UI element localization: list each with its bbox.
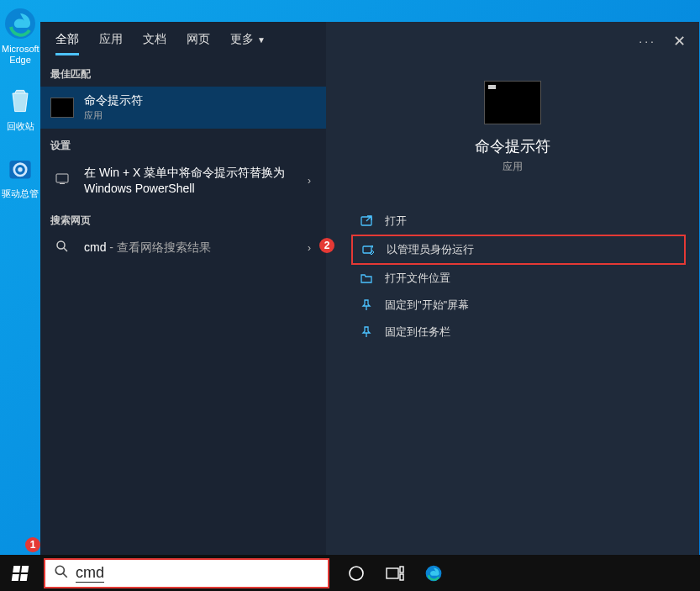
- svg-rect-5: [60, 183, 65, 184]
- web-query: cmd: [84, 240, 106, 254]
- action-label: 固定到"开始"屏幕: [385, 298, 469, 313]
- desktop-icon-driver[interactable]: 驱动总管: [0, 151, 40, 199]
- web-search-text: cmd - 查看网络搜索结果: [84, 240, 292, 256]
- cortana-icon[interactable]: [346, 563, 366, 583]
- desktop-icon-recycle[interactable]: 回收站: [0, 84, 40, 132]
- close-icon[interactable]: ✕: [673, 32, 686, 50]
- tab-web[interactable]: 网页: [187, 32, 210, 55]
- result-title: 命令提示符: [84, 93, 316, 108]
- web-label: 搜索网页: [40, 203, 326, 233]
- best-match-result[interactable]: 命令提示符 应用: [40, 87, 326, 129]
- gear-icon: [3, 151, 37, 185]
- preview-pane: ··· ✕ 命令提示符 应用 2 打开 以管理员身份运行: [326, 22, 699, 555]
- start-search-panel: 全部 应用 文档 网页 更多 ▼ 最佳匹配 命令提示符 应用 设置 在 Win …: [40, 22, 699, 555]
- action-pin-taskbar[interactable]: 固定到任务栏: [351, 319, 686, 346]
- svg-rect-15: [400, 567, 403, 573]
- svg-rect-16: [400, 574, 403, 580]
- taskbar-icons: [346, 563, 444, 583]
- edge-icon: [3, 7, 37, 40]
- tab-more-label: 更多: [230, 32, 254, 47]
- setting-text: 在 Win + X 菜单中将命令提示符替换为 Windows PowerShel…: [84, 165, 292, 197]
- monitor-icon: [50, 172, 74, 188]
- svg-point-3: [18, 167, 22, 171]
- annotation-badge-1: 1: [25, 537, 40, 552]
- tab-docs[interactable]: 文档: [143, 32, 166, 55]
- action-open[interactable]: 打开: [351, 208, 686, 235]
- action-pin-start[interactable]: 固定到"开始"屏幕: [351, 292, 686, 319]
- action-label: 打开文件位置: [385, 271, 450, 286]
- start-button[interactable]: [0, 555, 40, 591]
- more-options-icon[interactable]: ···: [639, 34, 656, 48]
- action-label: 以管理员身份运行: [387, 242, 474, 257]
- tab-more[interactable]: 更多 ▼: [230, 32, 266, 55]
- desktop-icon-edge[interactable]: Microsoft Edge: [0, 7, 40, 66]
- result-subtitle: 应用: [84, 109, 316, 122]
- chevron-down-icon: ▼: [257, 35, 266, 45]
- preview-subtitle: 应用: [326, 160, 699, 174]
- taskbar: cmd: [0, 555, 700, 591]
- desktop-icon-label: 驱动总管: [0, 188, 40, 199]
- action-label: 打开: [385, 214, 407, 229]
- web-suffix: - 查看网络搜索结果: [106, 240, 210, 254]
- svg-line-12: [63, 573, 67, 578]
- action-label: 固定到任务栏: [385, 325, 450, 340]
- pin-icon: [360, 298, 373, 312]
- svg-point-6: [57, 241, 65, 249]
- svg-rect-4: [56, 174, 68, 182]
- web-search-result[interactable]: cmd - 查看网络搜索结果 ›: [40, 233, 326, 263]
- annotation-badge-2: 2: [319, 238, 334, 253]
- chevron-right-icon: ›: [303, 175, 316, 187]
- action-run-as-admin[interactable]: 以管理员身份运行: [351, 235, 686, 265]
- preview-title: 命令提示符: [326, 136, 699, 156]
- tab-apps[interactable]: 应用: [99, 32, 123, 55]
- cmd-preview-icon: [484, 81, 541, 124]
- action-open-location[interactable]: 打开文件位置: [351, 265, 686, 292]
- admin-icon: [361, 243, 375, 256]
- search-icon: [50, 240, 74, 256]
- open-icon: [360, 214, 373, 228]
- search-tabs: 全部 应用 文档 网页 更多 ▼: [40, 22, 326, 57]
- preview-actions: 打开 以管理员身份运行 打开文件位置 固定到"开始"屏幕: [351, 208, 686, 346]
- search-results-pane: 全部 应用 文档 网页 更多 ▼ 最佳匹配 命令提示符 应用 设置 在 Win …: [40, 22, 326, 555]
- tab-all[interactable]: 全部: [55, 32, 79, 55]
- svg-line-7: [64, 248, 67, 251]
- search-icon: [54, 564, 69, 583]
- edge-taskbar-icon[interactable]: [424, 563, 444, 583]
- recycle-bin-icon: [3, 84, 37, 118]
- desktop-icons: Microsoft Edge 回收站 驱动总管: [0, 0, 40, 218]
- taskbar-search-box[interactable]: cmd: [44, 558, 329, 588]
- windows-logo-icon: [12, 566, 29, 581]
- setting-replace-powershell[interactable]: 在 Win + X 菜单中将命令提示符替换为 Windows PowerShel…: [40, 158, 326, 203]
- settings-label: 设置: [40, 129, 326, 158]
- search-input-value[interactable]: cmd: [76, 564, 104, 583]
- svg-rect-14: [387, 568, 398, 578]
- chevron-right-icon: ›: [303, 242, 316, 254]
- svg-point-11: [55, 566, 64, 574]
- desktop-icon-label: 回收站: [0, 121, 40, 132]
- cmd-icon: [50, 98, 74, 118]
- best-match-label: 最佳匹配: [40, 57, 326, 87]
- folder-icon: [360, 272, 373, 285]
- task-view-icon[interactable]: [385, 563, 405, 583]
- svg-point-13: [350, 567, 363, 580]
- pin-icon: [360, 325, 373, 339]
- desktop-icon-label: Microsoft Edge: [0, 44, 40, 66]
